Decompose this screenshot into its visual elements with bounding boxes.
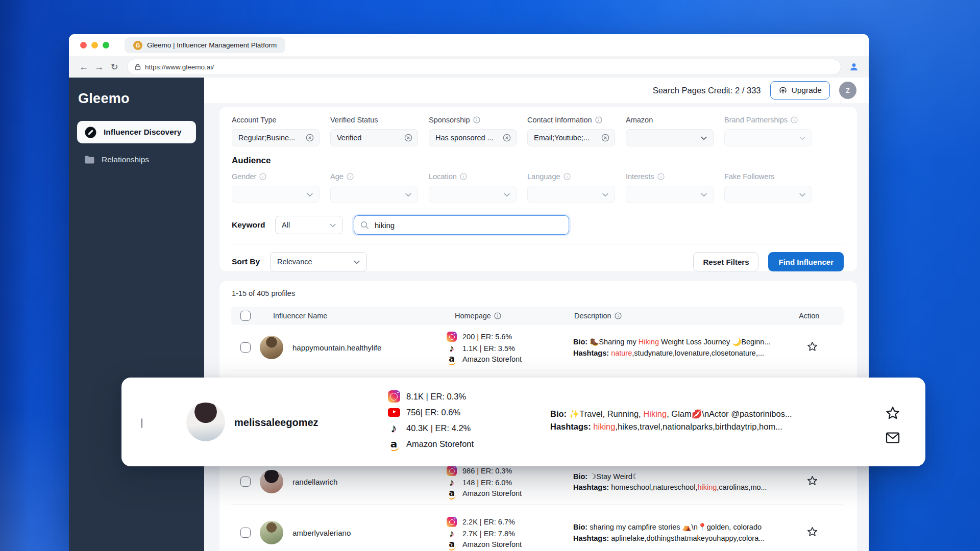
- compass-icon: [84, 126, 97, 139]
- hashtags-line: Hashtags: hiking,hikes,travel,nationalpa…: [550, 422, 849, 432]
- description: Bio: 🥾Sharing my Hiking Weight Loss Jour…: [573, 338, 794, 357]
- divider: [230, 244, 846, 244]
- clear-filter-icon[interactable]: [601, 134, 609, 142]
- address-bar[interactable]: https://www.gleemo.ai/: [127, 59, 841, 75]
- select-all-checkbox[interactable]: [240, 311, 251, 321]
- favorite-star-icon[interactable]: [806, 474, 819, 489]
- contact-information-filter[interactable]: Email;Youtube;...: [527, 129, 615, 146]
- info-icon: [791, 116, 798, 123]
- instagram-icon[interactable]: [446, 466, 458, 476]
- amazon-filter-dropdown[interactable]: [626, 129, 714, 146]
- clear-filter-icon[interactable]: [306, 134, 314, 142]
- app-frame: Gleemo Influencer Discovery: [69, 78, 869, 551]
- instagram-icon[interactable]: [446, 332, 458, 342]
- hashtags-line: Hashtags: homeschool,natureschool,hiking…: [573, 483, 794, 491]
- keyword-label: Keyword: [232, 220, 275, 230]
- youtube-icon[interactable]: [387, 408, 401, 417]
- forward-icon[interactable]: →: [91, 56, 107, 78]
- upgrade-button[interactable]: Upgrade: [770, 81, 830, 99]
- email-icon[interactable]: [885, 430, 901, 448]
- chevron-down-icon: [354, 258, 360, 266]
- info-icon: [615, 312, 622, 319]
- sort-by-label: Sort By: [232, 257, 270, 266]
- row-checkbox[interactable]: [240, 477, 251, 487]
- instagram-icon[interactable]: [387, 390, 401, 403]
- tiktok-icon[interactable]: [446, 529, 458, 538]
- filter-label: Amazon: [626, 115, 714, 124]
- homepage-stats: 986 | ER: 0.3% 148 | ER: 6.0% Amazon Sto…: [446, 466, 573, 497]
- site-favicon: G: [133, 41, 142, 50]
- sidebar-item-relationships[interactable]: Relationships: [77, 148, 196, 171]
- find-influencer-button[interactable]: Find Influencer: [768, 252, 844, 271]
- influencer-name[interactable]: happymountain.healthylife: [292, 343, 446, 352]
- reload-icon[interactable]: ↻: [107, 56, 122, 78]
- verified-status-filter[interactable]: Verified: [330, 129, 418, 146]
- column-influencer-name: Influencer Name: [260, 312, 446, 320]
- audience-heading: Audience: [232, 156, 844, 166]
- influencer-name[interactable]: amberlyvaleriano: [292, 529, 446, 537]
- window-controls: [80, 42, 109, 48]
- expanded-influencer-card[interactable]: melissaleegomez 8.1K | ER: 0.3% 756| ER:…: [121, 378, 925, 466]
- close-window-button[interactable]: [80, 42, 87, 48]
- back-icon[interactable]: ←: [76, 56, 91, 78]
- tiktok-icon[interactable]: [446, 343, 458, 353]
- instagram-icon[interactable]: [446, 517, 458, 527]
- keyword-search-box[interactable]: [354, 215, 569, 235]
- account-type-filter[interactable]: Regular;Busine...: [232, 129, 320, 146]
- keyword-scope-dropdown[interactable]: All: [275, 216, 342, 234]
- table-row[interactable]: amberlyvaleriano 2.2K | ER: 6.7% 2.7K | …: [231, 505, 844, 551]
- amazon-icon[interactable]: [446, 489, 458, 497]
- sponsorship-filter[interactable]: Has sponsored ...: [429, 129, 517, 146]
- browser-tab[interactable]: G Gleemo | Influencer Management Platfor…: [125, 37, 285, 53]
- tiktok-icon[interactable]: [446, 478, 458, 487]
- keyword-search-input[interactable]: [374, 220, 562, 230]
- language-dropdown[interactable]: [527, 186, 615, 203]
- table-row[interactable]: happymountain.healthylife 200 | ER: 5.6%…: [231, 325, 844, 370]
- amazon-icon[interactable]: [387, 439, 401, 449]
- fake-followers-dropdown[interactable]: [724, 186, 812, 203]
- folder-icon: [84, 155, 95, 164]
- avatar: [260, 521, 283, 544]
- row-checkbox[interactable]: [141, 418, 142, 428]
- clear-filter-icon[interactable]: [503, 134, 511, 142]
- column-description: Description: [573, 312, 794, 320]
- table-header: Influencer Name Homepage Description Act…: [231, 307, 844, 325]
- row-checkbox[interactable]: [240, 528, 251, 538]
- row-checkbox[interactable]: [240, 342, 251, 353]
- location-dropdown[interactable]: [429, 186, 517, 203]
- age-dropdown[interactable]: [330, 186, 418, 203]
- zoom-window-button[interactable]: [103, 42, 109, 48]
- favorite-star-icon[interactable]: [806, 340, 819, 355]
- avatar: [186, 403, 225, 441]
- tiktok-icon[interactable]: [387, 422, 401, 434]
- user-avatar[interactable]: z: [839, 82, 856, 99]
- sort-by-dropdown[interactable]: Relevance: [270, 252, 367, 271]
- reset-filters-button[interactable]: Reset Filters: [693, 252, 758, 271]
- upgrade-icon: [778, 86, 788, 95]
- info-icon: [595, 116, 602, 123]
- minimize-window-button[interactable]: [91, 42, 98, 48]
- filter-label: Account Type: [232, 115, 320, 124]
- filter-label: Location: [429, 172, 517, 181]
- info-icon: [564, 173, 571, 180]
- browser-profile-icon[interactable]: [846, 62, 862, 72]
- info-icon: [259, 173, 266, 180]
- info-icon: [473, 116, 480, 123]
- brand-partnerships-dropdown[interactable]: [724, 129, 812, 146]
- bio-line: Bio: ✨Travel, Running, Hiking, Glam💋\nAc…: [550, 409, 849, 419]
- chevron-down-icon: [405, 190, 411, 199]
- sidebar-item-influencer-discovery[interactable]: Influencer Discovery: [77, 121, 196, 143]
- influencer-name[interactable]: randellawrich: [292, 478, 446, 486]
- amazon-icon[interactable]: [446, 355, 458, 363]
- amazon-icon[interactable]: [446, 540, 458, 548]
- gender-dropdown[interactable]: [232, 186, 320, 203]
- influencer-name[interactable]: melissaleegomez: [234, 417, 318, 429]
- favorite-star-icon[interactable]: [806, 525, 819, 540]
- bio-line: Bio: ☽Stay Weird☾: [573, 472, 794, 481]
- url-text: https://www.gleemo.ai/: [145, 63, 214, 71]
- favorite-star-icon[interactable]: [885, 405, 901, 423]
- clear-filter-icon[interactable]: [404, 134, 412, 142]
- interests-dropdown[interactable]: [626, 186, 714, 203]
- app-logo: Gleemo: [78, 91, 196, 107]
- browser-window: G Gleemo | Influencer Management Platfor…: [69, 34, 869, 551]
